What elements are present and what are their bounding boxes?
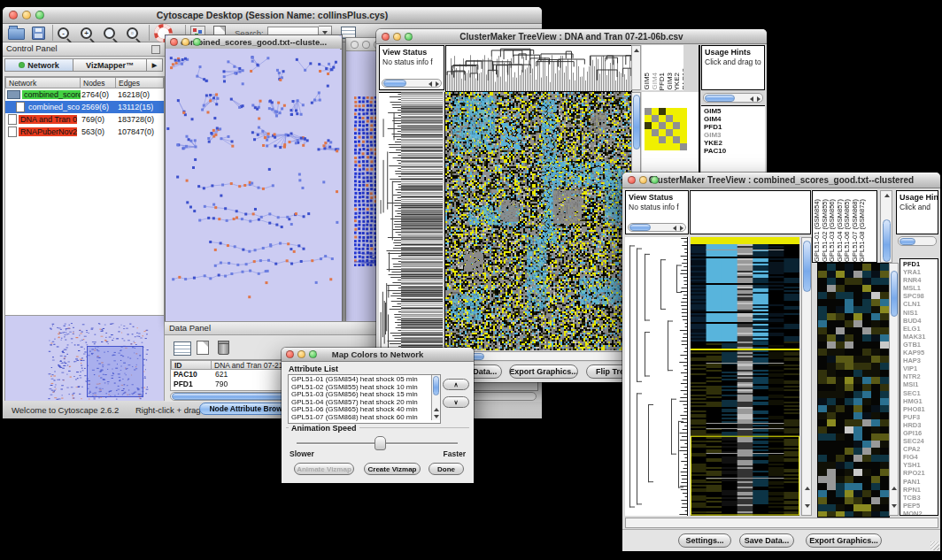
tv2-zoom-vscrollbar[interactable] [889, 263, 899, 516]
animate-vizmap-button[interactable]: Animate Vizmap [294, 463, 354, 475]
gene-label[interactable]: SEC1 [903, 389, 938, 397]
tv2-column-label[interactable]: GPL51-02 (GSM855) [822, 199, 829, 262]
column-header-network[interactable]: Network [5, 77, 81, 88]
tv1-column-label[interactable]: GIM3 [667, 73, 674, 90]
open-file-icon[interactable] [8, 28, 25, 40]
gene-label[interactable]: GIM3 [704, 131, 765, 139]
attribute-list[interactable]: GPL51-01 (GSM854) heat shock 05 minGPL51… [288, 374, 441, 424]
zoom-fit-icon[interactable] [104, 27, 115, 39]
zoom-button[interactable] [193, 38, 201, 46]
tv1-column-label[interactable]: PFD1 [659, 73, 666, 90]
float-panel-icon[interactable] [151, 45, 160, 54]
gene-label[interactable]: SEC24 [903, 437, 938, 445]
network-view-title-bar[interactable]: combined_scores_good.txt--cluste... [166, 35, 342, 50]
column-header-nodes[interactable]: Nodes [81, 77, 116, 88]
new-attribute-icon[interactable] [197, 341, 209, 355]
tv1-hints-scrollbar[interactable] [703, 93, 763, 103]
tv1-column-label[interactable]: GIM5 [644, 73, 651, 90]
gene-label[interactable]: VIP1 [903, 364, 938, 372]
resize-grip[interactable] [930, 541, 939, 550]
gene-label[interactable]: PAN1 [903, 478, 938, 486]
tv2-column-tree-area[interactable] [690, 190, 811, 234]
gene-label[interactable]: PUF3 [903, 413, 938, 421]
tv1-status-scrollbar[interactable] [382, 79, 442, 88]
tv2-hints-scrollbar[interactable] [898, 236, 937, 246]
network-canvas[interactable] [166, 49, 340, 320]
gene-label[interactable]: MON2 [903, 510, 938, 516]
tv2-column-label[interactable]: GPL51-03 (GSM856) [829, 199, 836, 262]
minimize-button[interactable] [22, 11, 31, 19]
close-button[interactable] [9, 11, 18, 19]
tv1-column-dendrogram[interactable] [445, 45, 632, 92]
window-controls[interactable] [9, 11, 44, 19]
close-button[interactable] [170, 38, 178, 46]
tv2-column-label[interactable]: GPL51-01 (GSM854) [814, 199, 821, 262]
zoom-selected-icon[interactable]: ▫ [127, 27, 138, 39]
gene-label[interactable]: KAP95 [903, 349, 938, 357]
data-column-id[interactable]: ID [171, 360, 212, 370]
gene-label[interactable]: NIS1 [903, 309, 938, 317]
tv1-row-labels-strip[interactable] [401, 92, 443, 350]
tv2-heatmap-vscrollbar[interactable] [801, 237, 812, 516]
treeview1-title-bar[interactable]: ClusterMaker TreeView : DNA and Tran 07-… [376, 29, 767, 44]
tab-network[interactable]: Network [4, 58, 73, 72]
attribute-select-icon[interactable] [174, 341, 191, 356]
minimize-button[interactable] [362, 41, 370, 49]
tv2-top-vscrollbar[interactable] [880, 190, 892, 263]
minimize-button[interactable] [393, 33, 401, 41]
gene-label[interactable]: RPO21 [903, 469, 938, 477]
tv2-settings-button[interactable]: Settings... [678, 533, 731, 548]
speed-slider-thumb[interactable] [374, 436, 386, 450]
close-button[interactable] [382, 33, 390, 41]
gene-label[interactable]: YKE2 [704, 139, 765, 147]
gene-label[interactable]: TCB3 [903, 494, 938, 502]
treeview2-title-bar[interactable]: ClusterMaker TreeView : combined_scores_… [622, 173, 940, 188]
gene-label[interactable]: RNR4 [903, 276, 938, 284]
gene-label[interactable]: CLN1 [903, 300, 938, 308]
gene-label[interactable]: PFD1 [903, 260, 938, 268]
gene-label[interactable]: GTB1 [903, 341, 938, 349]
tv1-column-label[interactable]: PAC10 [682, 68, 684, 90]
done-button[interactable]: Done [429, 463, 464, 475]
delete-attribute-icon[interactable] [218, 342, 229, 355]
minimize-button[interactable] [297, 350, 305, 358]
tv2-export-graphics-button[interactable]: Export Graphics... [806, 533, 882, 548]
network-overview-thumbnail[interactable] [4, 315, 165, 405]
tv2-column-label[interactable]: GPL51-08 (GSM872) [859, 199, 866, 262]
close-button[interactable] [628, 176, 636, 184]
gene-label[interactable]: PFD1 [704, 123, 765, 131]
tv1-column-label[interactable]: GIM4 [652, 73, 659, 90]
zoom-button[interactable] [309, 350, 317, 358]
tv2-row-dendrogram[interactable] [625, 237, 689, 516]
network-table-row[interactable]: combined_sco 2569(6) 13112(15) [5, 101, 164, 113]
gene-label[interactable]: MSI1 [903, 380, 938, 388]
gene-label[interactable]: PHO81 [903, 405, 938, 413]
main-title-bar[interactable]: Cytoscape Desktop (Session Name: collins… [3, 7, 542, 24]
tv2-status-scrollbar[interactable] [628, 223, 686, 232]
gene-label[interactable]: CPA2 [903, 445, 938, 453]
gene-label[interactable]: SPC98 [903, 292, 938, 300]
gene-label[interactable]: FIG4 [903, 453, 938, 461]
gene-label[interactable]: BUD4 [903, 317, 938, 325]
move-up-button[interactable]: ∧ [443, 379, 469, 390]
close-button[interactable] [351, 41, 359, 49]
close-button[interactable] [286, 350, 294, 358]
tv2-column-label[interactable]: GPL51-07 (GSM868) [852, 199, 859, 262]
gene-label[interactable]: HMG1 [903, 397, 938, 405]
gene-label[interactable]: HRD3 [903, 421, 938, 429]
tv2-save-data-button[interactable]: Save Data... [739, 533, 794, 548]
create-vizmap-button[interactable]: Create Vizmap [364, 463, 421, 475]
tv1-row-dendrogram[interactable] [379, 92, 401, 351]
save-file-icon[interactable] [32, 27, 45, 40]
gene-label[interactable]: NTR2 [903, 372, 938, 380]
dialog-title-bar[interactable]: Map Colors to Network [282, 348, 474, 362]
tv2-heatmap[interactable] [691, 237, 799, 516]
gene-label[interactable]: PAC10 [704, 147, 765, 155]
zoom-out-icon[interactable]: - [58, 27, 69, 39]
gene-label[interactable]: GPI16 [903, 429, 938, 437]
minimize-button[interactable] [181, 38, 189, 46]
attribute-list-vscrollbar[interactable] [431, 375, 440, 420]
tv1-export-graphics-button[interactable]: Export Graphics... [509, 364, 578, 379]
gene-label[interactable]: YRA1 [903, 268, 938, 276]
tv2-gene-list[interactable]: PFD1YRA1RNR4MSL1SPC98CLN1NIS1BUD4ELG1MAK… [900, 258, 938, 516]
